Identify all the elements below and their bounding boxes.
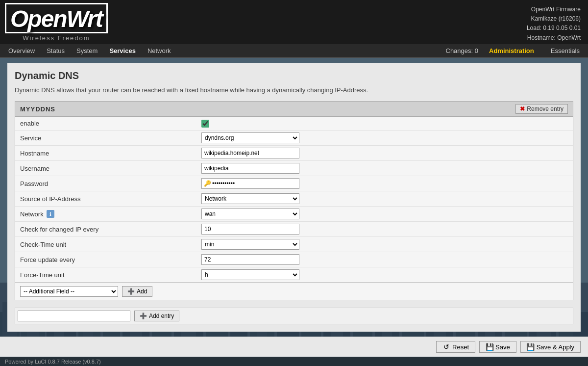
reset-icon: ↺ bbox=[442, 343, 450, 351]
source-ip-row: Source of IP-Address Network Interface U… bbox=[15, 191, 573, 207]
force-update-row: Force update every bbox=[15, 252, 573, 267]
save-label: Save bbox=[495, 343, 510, 351]
add-entry-button[interactable]: ➕ Add entry bbox=[134, 311, 179, 321]
network-label: Network ℹ bbox=[20, 210, 201, 218]
entry-header: MYYDDNS ✖ Remove entry bbox=[15, 102, 573, 117]
footer: Powered by LuCI 0.8.7 Release (v0.8.7) bbox=[0, 357, 588, 366]
enable-label: enable bbox=[20, 120, 201, 127]
load-label: Load: 0.19 0.05 0.01 bbox=[527, 24, 581, 33]
force-time-unit-label: Force-Time unit bbox=[20, 271, 201, 279]
force-time-unit-control: h min d bbox=[201, 269, 568, 280]
add-field-label: Add bbox=[137, 288, 147, 295]
save-icon: 💾 bbox=[486, 343, 493, 351]
enable-checkbox[interactable] bbox=[201, 120, 209, 128]
save-apply-icon: 💾 bbox=[527, 343, 535, 351]
logo: OpenWrt Wireless Freedom bbox=[5, 3, 108, 42]
network-info-icon: ℹ bbox=[47, 210, 54, 218]
network-select[interactable]: wan lan loopback bbox=[201, 209, 299, 219]
force-time-unit-select[interactable]: h min d bbox=[201, 269, 299, 280]
nav-system[interactable]: System bbox=[71, 45, 103, 56]
password-key-icon: 🔑 bbox=[204, 180, 211, 187]
service-control: dyndns.org no-ip.com afraid.org custom bbox=[201, 132, 568, 143]
password-label: Password bbox=[20, 180, 201, 187]
add-field-icon: ➕ bbox=[127, 288, 135, 295]
firmware-label: OpenWrt Firmware bbox=[527, 5, 581, 14]
network-row: Network ℹ wan lan loopback bbox=[15, 207, 573, 222]
check-ip-control bbox=[201, 224, 568, 235]
reset-label: Reset bbox=[452, 343, 469, 351]
page-title: Dynamic DNS bbox=[15, 70, 573, 81]
nav-essentials[interactable]: Essentials bbox=[545, 45, 586, 56]
reset-button[interactable]: ↺ Reset bbox=[436, 341, 475, 353]
save-apply-button[interactable]: 💾 Save & Apply bbox=[520, 341, 581, 353]
remove-entry-button[interactable]: ✖ Remove entry bbox=[515, 104, 568, 114]
nav-services[interactable]: Services bbox=[103, 45, 142, 56]
logo-subtitle: Wireless Freedom bbox=[23, 34, 90, 42]
check-time-unit-label: Check-Time unit bbox=[20, 241, 201, 248]
save-apply-label: Save & Apply bbox=[537, 343, 574, 351]
remove-icon: ✖ bbox=[520, 105, 525, 112]
page-description: Dynamic DNS allows that your router can … bbox=[15, 86, 573, 94]
navbar: Overview Status System Services Network … bbox=[0, 44, 588, 58]
check-time-unit-row: Check-Time unit min h d bbox=[15, 237, 573, 252]
force-update-label: Force update every bbox=[20, 256, 201, 263]
network-control: wan lan loopback bbox=[201, 209, 568, 219]
hostname-control bbox=[201, 148, 568, 158]
enable-control bbox=[201, 120, 568, 128]
check-ip-label: Check for changed IP every bbox=[20, 226, 201, 233]
source-ip-select[interactable]: Network Interface URL bbox=[201, 193, 299, 204]
username-label: Username bbox=[20, 165, 201, 172]
nav-administration[interactable]: Administration bbox=[483, 45, 540, 56]
password-control: 🔑 bbox=[201, 178, 568, 189]
add-field-button[interactable]: ➕ Add bbox=[122, 286, 152, 297]
footer-text: Powered by LuCI 0.8.7 Release (v0.8.7) bbox=[5, 359, 101, 365]
changes-badge: Changes: 0 bbox=[446, 47, 479, 54]
version-label: Kamikaze (r16206) bbox=[527, 14, 581, 24]
password-input[interactable] bbox=[212, 180, 286, 187]
nav-overview[interactable]: Overview bbox=[2, 45, 41, 56]
add-entry-label: Add entry bbox=[149, 313, 174, 319]
hostname-label: Hostname: OpenWrt bbox=[527, 33, 581, 43]
entry-section-name: MYYDDNS bbox=[20, 105, 55, 113]
force-update-control bbox=[201, 254, 568, 265]
hostname-label: Hostname bbox=[20, 150, 201, 157]
nav-right: Changes: 0 Administration Essentials bbox=[446, 45, 586, 56]
header: OpenWrt Wireless Freedom OpenWrt Firmwar… bbox=[0, 0, 588, 44]
save-button[interactable]: 💾 Save bbox=[479, 341, 516, 353]
enable-row: enable bbox=[15, 117, 573, 131]
bottom-buttons: ↺ Reset 💾 Save 💾 Save & Apply bbox=[0, 337, 588, 357]
nav-status[interactable]: Status bbox=[41, 45, 71, 56]
force-time-unit-row: Force-Time unit h min d bbox=[15, 267, 573, 283]
service-label: Service bbox=[20, 134, 201, 142]
add-entry-row: ➕ Add entry bbox=[15, 308, 573, 324]
additional-field-select[interactable]: -- Additional Field -- bbox=[20, 286, 118, 297]
check-ip-row: Check for changed IP every bbox=[15, 222, 573, 237]
check-time-unit-control: min h d bbox=[201, 239, 568, 250]
check-time-unit-select[interactable]: min h d bbox=[201, 239, 299, 250]
force-update-input[interactable] bbox=[201, 254, 299, 265]
hostname-input[interactable] bbox=[201, 148, 299, 158]
logo-text: OpenWrt bbox=[10, 4, 102, 32]
remove-label: Remove entry bbox=[527, 105, 564, 112]
entry-box: MYYDDNS ✖ Remove entry enable Service dy… bbox=[15, 101, 573, 300]
username-input[interactable] bbox=[201, 163, 299, 174]
nav-network[interactable]: Network bbox=[142, 45, 177, 56]
add-entry-input[interactable] bbox=[18, 311, 130, 321]
header-info: OpenWrt Firmware Kamikaze (r16206) Load:… bbox=[527, 5, 581, 43]
username-control bbox=[201, 163, 568, 174]
check-ip-input[interactable] bbox=[201, 224, 299, 235]
add-entry-icon: ➕ bbox=[140, 313, 147, 319]
service-select[interactable]: dyndns.org no-ip.com afraid.org custom bbox=[201, 132, 299, 143]
hostname-row: Hostname bbox=[15, 146, 573, 161]
service-row: Service dyndns.org no-ip.com afraid.org … bbox=[15, 131, 573, 146]
source-ip-control: Network Interface URL bbox=[201, 193, 568, 204]
password-row: Password 🔑 bbox=[15, 176, 573, 191]
main-content: Dynamic DNS Dynamic DNS allows that your… bbox=[7, 63, 581, 332]
additional-field-row: -- Additional Field -- ➕ Add bbox=[15, 283, 573, 300]
source-ip-label: Source of IP-Address bbox=[20, 195, 201, 203]
username-row: Username bbox=[15, 161, 573, 176]
